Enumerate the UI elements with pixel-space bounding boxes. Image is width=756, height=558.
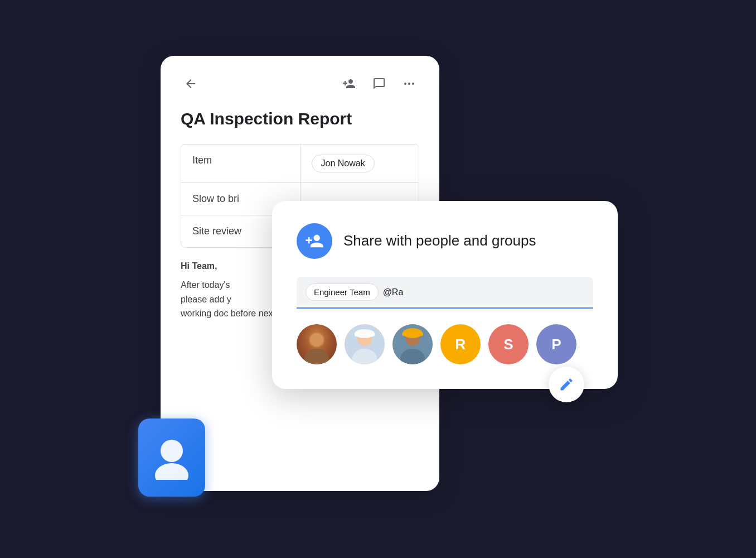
svg-rect-17 [402,333,423,336]
svg-point-6 [304,349,329,364]
avatar-person-1[interactable] [297,324,337,364]
name-badge: Jon Nowak [312,155,375,172]
avatars-row: R S P [297,324,593,364]
doc-title: QA Inspection Report [181,109,419,128]
engineer-team-tag[interactable]: Engineer Team [306,283,379,301]
svg-rect-12 [355,333,375,336]
share-input-area[interactable]: Engineer Team [297,277,593,309]
share-dialog: Share with people and groups Engineer Te… [272,201,618,389]
more-button[interactable] [399,74,419,94]
doc-header [181,74,419,94]
avatar-person-3[interactable] [392,324,433,364]
person-silhouette-icon [152,435,191,480]
avatar-p[interactable]: P [536,324,576,364]
add-person-button[interactable] [339,74,359,94]
edit-fab[interactable] [549,367,584,402]
share-header: Share with people and groups [297,223,593,259]
share-icon-circle [297,223,332,259]
svg-point-7 [310,333,323,347]
avatar-person-2[interactable] [345,324,385,364]
svg-point-4 [155,463,188,480]
share-person-add-icon [305,232,324,251]
svg-point-0 [404,83,406,85]
svg-point-1 [408,83,410,85]
back-button[interactable] [181,74,201,94]
table-cell-item-value: Jon Nowak [300,145,419,182]
doc-header-icons [339,74,419,94]
svg-point-2 [412,83,414,85]
edit-icon [559,377,574,392]
avatar-r[interactable]: R [440,324,481,364]
avatar-s[interactable]: S [488,324,529,364]
share-input[interactable] [383,287,495,297]
person-card [138,419,205,497]
table-cell-item-label: Item [181,145,300,182]
scene: QA Inspection Report Item Jon Nowak Slow… [127,33,629,525]
svg-point-3 [161,440,183,462]
share-title: Share with people and groups [343,232,536,249]
table-row: Item Jon Nowak [181,145,419,183]
comment-button[interactable] [369,74,389,94]
